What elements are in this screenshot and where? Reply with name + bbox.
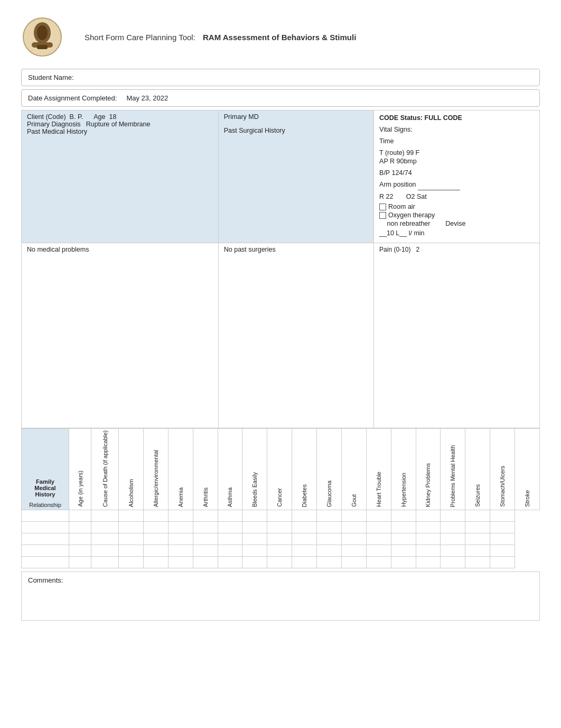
student-name-value xyxy=(76,73,152,81)
col-heart-trouble: Heart Trouble xyxy=(366,429,391,510)
col-cause: Cause of Death (if applicable) xyxy=(91,429,119,510)
rel-3 xyxy=(22,533,69,545)
past-medical-value-cell: No medical problems xyxy=(22,243,219,428)
student-name-label: Student Name: xyxy=(28,73,74,81)
vital-signs: Vital Signs: xyxy=(379,125,534,135)
col-diabetes: Diabetes xyxy=(292,429,317,510)
primary-md: Primary MD xyxy=(224,113,368,121)
col-mental-health: Problems Mental Health xyxy=(441,429,465,510)
time-row: Time xyxy=(379,136,534,146)
table-row xyxy=(22,510,540,521)
col-seizures: Seizures xyxy=(465,429,490,510)
temp-row: T (route) 99 F xyxy=(379,149,534,156)
col-allergic: Allergic/environmental xyxy=(143,429,168,510)
flow-rate-row: __10 L__ l/ min xyxy=(379,228,534,238)
table-row xyxy=(22,545,540,556)
ram-title: RAM Assessment of Behaviors & Stimuli xyxy=(203,33,356,42)
client-left-header: Client (Code) B. P. Age 18 Primary Diagn… xyxy=(22,110,219,243)
r-o2-row: R 22 O2 Sat xyxy=(379,192,534,202)
relationship-label: Relationship xyxy=(22,502,68,508)
date-label: Date Assignment Completed: xyxy=(28,94,117,102)
col-anemia: Anemia xyxy=(168,429,193,510)
fmh-label-text: Family Medical History xyxy=(22,478,68,497)
past-surgical-value-cell: No past surgeries xyxy=(218,243,373,428)
student-name-section: Student Name: xyxy=(21,69,540,86)
col-hypertension: Hypertension xyxy=(391,429,416,510)
client-info-table: Client (Code) B. P. Age 18 Primary Diagn… xyxy=(21,110,540,428)
table-row xyxy=(22,521,540,533)
arm-position-row: Arm position xyxy=(379,180,534,190)
rel-4 xyxy=(22,545,69,556)
col-stroke: Stroke xyxy=(515,429,540,510)
pain-cell: Pain (0-10) 2 xyxy=(374,243,540,428)
comments-value[interactable] xyxy=(28,584,533,616)
table-row xyxy=(22,556,540,568)
col-kidney: Kidney Problems xyxy=(416,429,441,510)
family-medical-history-table: Family Medical History Relationship Age … xyxy=(21,428,540,568)
rel-1 xyxy=(22,510,69,521)
col-asthma: Asthma xyxy=(218,429,242,510)
room-air-checkbox[interactable] xyxy=(379,204,386,210)
date-value: May 23, 2022 xyxy=(126,94,168,102)
col-age: Age (in years) xyxy=(69,429,91,510)
svg-rect-4 xyxy=(37,45,48,49)
ap-row: AP R 90bmp xyxy=(379,156,534,167)
col-stomach: Stomach/Ulcers xyxy=(490,429,515,510)
rel-5 xyxy=(22,556,69,568)
date-section: Date Assignment Completed: May 23, 2022 xyxy=(21,89,540,107)
code-status-cell: CODE Status: FULL CODE Vital Signs: Time… xyxy=(374,110,540,243)
oxygen-therapy-row: Oxygen therapy xyxy=(379,211,534,219)
past-medical-history-label: Past Medical History xyxy=(27,128,213,135)
past-surgical-history: Past Surgical History xyxy=(224,127,368,134)
comments-section: Comments: xyxy=(21,572,540,621)
col-gout: Gout xyxy=(341,429,366,510)
code-status: CODE Status: FULL CODE xyxy=(379,113,534,123)
arm-position-underline xyxy=(418,180,460,190)
table-row xyxy=(22,533,540,545)
svg-point-2 xyxy=(37,25,48,40)
col-arthritis: Arthritis xyxy=(193,429,218,510)
primary-diagnosis: Primary Diagnosis Rupture of Membrane xyxy=(27,121,213,128)
comments-label: Comments: xyxy=(28,576,533,584)
page: Short Form Care Planning Tool: RAM Asses… xyxy=(0,0,561,728)
logo xyxy=(21,16,63,58)
client-code: Client (Code) B. P. Age 18 xyxy=(27,113,213,121)
bp-row: B/P 124/74 xyxy=(379,168,534,178)
header: Short Form Care Planning Tool: RAM Asses… xyxy=(21,16,540,58)
col-glaucoma: Glaucoma xyxy=(317,429,342,510)
fmh-main-label: Family Medical History Relationship xyxy=(22,429,69,510)
col-bleeds-easily: Bleeds Easily xyxy=(242,429,267,510)
client-mid-header: Primary MD Past Surgical History xyxy=(218,110,373,243)
pain-section: Pain (0-10) 2 xyxy=(379,246,534,253)
oxygen-therapy-checkbox[interactable] xyxy=(379,212,386,219)
room-air-row: Room air xyxy=(379,203,534,210)
short-form-label: Short Form Care Planning Tool: xyxy=(85,33,195,42)
non-rebreather-row: non rebreather Devise xyxy=(379,220,534,227)
col-cancer: Cancer xyxy=(267,429,292,510)
rel-2 xyxy=(22,521,69,533)
col-alcoholism: Alcoholism xyxy=(119,429,144,510)
header-title: Short Form Care Planning Tool: RAM Asses… xyxy=(85,33,356,42)
fmh-header-row: Family Medical History Relationship Age … xyxy=(22,429,540,510)
